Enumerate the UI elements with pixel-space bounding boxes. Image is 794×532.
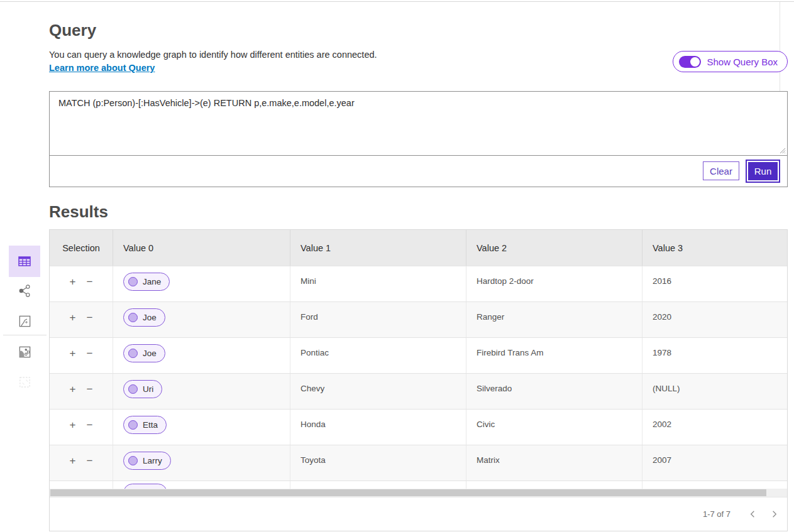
sidebar-item-map-view[interactable] — [16, 313, 33, 329]
previous-page-button[interactable] — [744, 506, 761, 523]
value1-cell: Toyota — [290, 445, 466, 480]
chevron-right-icon — [769, 509, 779, 519]
run-button[interactable]: Run — [746, 160, 780, 183]
entity-name: Jane — [143, 277, 161, 286]
row-selection-cell: + − — [50, 338, 113, 373]
remove-from-selection-button[interactable]: − — [87, 276, 93, 301]
column-header-value0: Value 0 — [113, 230, 290, 266]
value3-cell: 2007 — [642, 445, 787, 480]
table-row: + − Jane Mini Hardtop 2-door 2016 — [50, 266, 787, 301]
entity-cell: Etta — [113, 410, 290, 445]
add-to-selection-button[interactable]: + — [70, 455, 76, 480]
value1-cell: Mini — [290, 266, 466, 301]
toggle-label: Show Query Box — [707, 57, 778, 67]
query-description: You can query a knowledge graph to ident… — [49, 50, 377, 60]
table-pagination-bar: 1-7 of 7 — [50, 497, 787, 531]
entity-cell: Larry — [113, 445, 290, 480]
query-input[interactable]: MATCH (p:Person)-[:HasVehicle]->(e) RETU… — [50, 92, 787, 155]
column-header-value1: Value 1 — [290, 230, 466, 266]
entity-name: Uri — [143, 384, 153, 394]
value2-cell: Silverado — [466, 374, 642, 409]
entity-name: Larry — [143, 456, 162, 465]
row-selection-cell: + − — [50, 374, 113, 409]
entity-pill[interactable]: Uri — [123, 380, 162, 398]
map-link-chart-icon — [17, 344, 33, 360]
entity-pill[interactable]: Jane — [123, 273, 170, 291]
query-panel: Query You can query a knowledge graph to… — [0, 0, 794, 532]
entity-cell: Joe — [113, 338, 290, 373]
table-header-row: Selection Value 0 Value 1 Value 2 Value … — [50, 230, 787, 266]
remove-from-selection-button[interactable]: − — [87, 312, 93, 337]
table-row: + − Joe Pontiac Firebird Trans Am 1978 — [50, 337, 787, 373]
add-to-selection-button[interactable]: + — [70, 276, 76, 301]
column-header-value3: Value 3 — [642, 230, 787, 266]
entity-node-icon — [128, 277, 138, 286]
horizontal-scrollbar-thumb[interactable] — [50, 489, 766, 496]
add-to-selection-button[interactable]: + — [70, 420, 76, 445]
entity-pill[interactable]: Joe — [123, 344, 165, 362]
row-selection-cell: + − — [50, 445, 113, 480]
value2-cell: Matrix — [466, 445, 642, 480]
add-to-selection-button[interactable]: + — [70, 312, 76, 337]
value2-cell: Firebird Trans Am — [466, 338, 642, 373]
add-to-selection-button[interactable]: + — [70, 348, 76, 373]
link-chart-icon — [17, 283, 32, 298]
page-title: Query — [49, 21, 96, 40]
chevron-left-icon — [748, 509, 758, 519]
remove-from-selection-button[interactable]: − — [87, 455, 93, 480]
results-table-card: Selection Value 0 Value 1 Value 2 Value … — [49, 229, 788, 531]
entity-node-icon — [128, 456, 138, 465]
entity-node-icon — [128, 313, 138, 322]
add-to-selection-button[interactable]: + — [70, 384, 76, 409]
remove-from-selection-button[interactable]: − — [87, 420, 93, 445]
panel-right-divider — [780, 2, 780, 91]
show-query-box-toggle[interactable]: Show Query Box — [673, 51, 788, 72]
table-row: + − Uri Chevy Silverado (NULL) — [50, 373, 787, 409]
remove-from-selection-button[interactable]: − — [87, 348, 93, 373]
learn-more-link[interactable]: Learn more about Query — [49, 63, 155, 73]
table-row: + − Larry Toyota Matrix 2007 — [50, 445, 787, 480]
sidebar-divider — [3, 335, 47, 335]
toggle-switch-icon[interactable] — [679, 56, 701, 68]
entity-name: Joe — [143, 349, 157, 358]
entity-cell: Uri — [113, 374, 290, 409]
value3-cell — [642, 481, 787, 489]
value3-cell: (NULL) — [642, 374, 787, 409]
value1-cell: Chevy — [290, 374, 466, 409]
next-page-button[interactable] — [766, 506, 782, 523]
remove-from-selection-button[interactable]: − — [87, 384, 93, 409]
sidebar-item-selection-view-disabled[interactable] — [16, 374, 33, 390]
row-selection-cell: + − — [50, 266, 113, 301]
entity-pill[interactable]: Etta — [123, 416, 167, 434]
table-row: + − Etta Honda Civic 2002 — [50, 409, 787, 445]
horizontal-scrollbar[interactable] — [50, 489, 787, 497]
row-selection-cell — [50, 481, 113, 489]
row-selection-cell: + − — [50, 302, 113, 337]
entity-pill[interactable]: Joe — [123, 308, 165, 327]
table-row: + − Joe Ford Ranger 2020 — [50, 301, 787, 337]
entity-pill[interactable] — [123, 484, 167, 489]
column-header-value2: Value 2 — [466, 230, 642, 266]
clear-button[interactable]: Clear — [703, 161, 739, 180]
column-header-selection: Selection — [50, 230, 113, 266]
map-icon — [17, 313, 33, 329]
entity-name: Joe — [143, 313, 157, 322]
sidebar-item-map-link-chart-view[interactable] — [16, 344, 33, 360]
value1-cell: Ford — [290, 302, 466, 337]
results-title: Results — [49, 202, 108, 222]
sidebar-item-link-chart-view[interactable] — [16, 283, 33, 299]
panel-top-border — [0, 1, 794, 2]
resize-grip-icon[interactable] — [778, 146, 786, 154]
entity-node-icon — [128, 420, 138, 430]
value3-cell: 2002 — [642, 410, 787, 445]
query-box-footer: Clear Run — [50, 156, 787, 186]
sidebar-item-table-view[interactable] — [9, 246, 40, 277]
query-textarea-wrap: MATCH (p:Person)-[:HasVehicle]->(e) RETU… — [50, 92, 787, 156]
dashed-selection-icon — [17, 374, 33, 390]
entity-pill[interactable]: Larry — [123, 452, 171, 470]
value2-cell: Ranger — [466, 302, 642, 337]
entity-cell: Jane — [113, 266, 290, 301]
entity-node-icon — [128, 384, 138, 394]
entity-name: Etta — [143, 420, 158, 430]
entity-cell: Joe — [113, 302, 290, 337]
